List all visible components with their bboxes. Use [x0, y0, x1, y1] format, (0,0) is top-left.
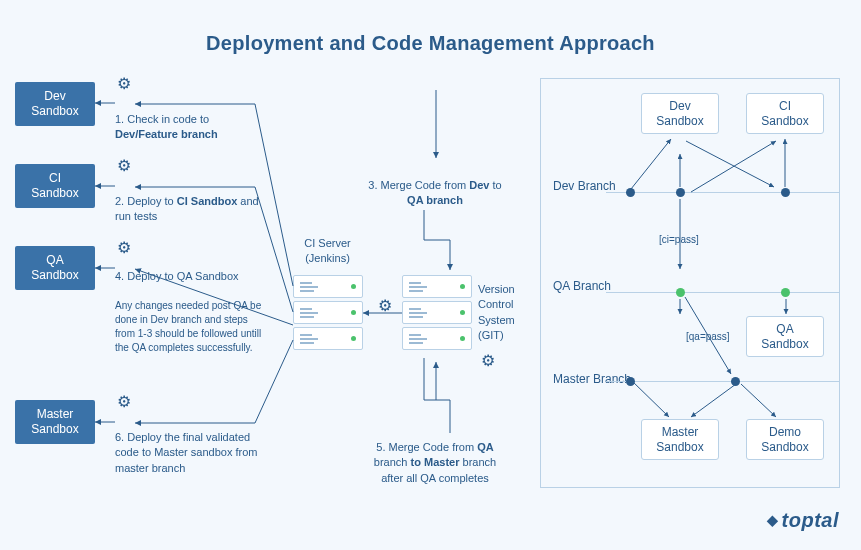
- server-lines-icon: [409, 286, 427, 288]
- status-dot-icon: [460, 284, 465, 289]
- svg-line-24: [691, 384, 736, 417]
- server-lines-icon: [300, 338, 318, 340]
- diagram-title: Deployment and Code Management Approach: [0, 0, 861, 55]
- step-5-b1: QA: [477, 441, 494, 453]
- gear-icon: ⚙: [117, 74, 131, 93]
- status-dot-icon: [351, 284, 356, 289]
- ci-sandbox-pill: CISandbox: [15, 164, 95, 208]
- panel-connectors: [541, 79, 841, 489]
- gear-icon: ⚙: [117, 156, 131, 175]
- svg-line-17: [691, 141, 776, 192]
- master-sandbox-l2: Sandbox: [15, 422, 95, 437]
- status-dot-icon: [460, 310, 465, 315]
- master-sandbox-pill: MasterSandbox: [15, 400, 95, 444]
- ci-sandbox-l2: Sandbox: [15, 186, 95, 201]
- dev-sandbox-l2: Sandbox: [15, 104, 95, 119]
- gear-icon: ⚙: [117, 392, 131, 411]
- ci-server-stack: [293, 275, 363, 353]
- svg-line-16: [686, 141, 774, 187]
- step-5-mid: branch: [374, 456, 411, 468]
- server-lines-icon: [409, 312, 427, 314]
- step-1-pre: 1. Check in code to: [115, 113, 209, 125]
- gear-icon: ⚙: [378, 296, 392, 315]
- qa-sandbox-l2: Sandbox: [15, 268, 95, 283]
- dev-sandbox-pill: DevSandbox: [15, 82, 95, 126]
- step-1-text: 1. Check in code to Dev/Feature branch: [115, 112, 275, 143]
- step-3-b1: Dev: [469, 179, 489, 191]
- svg-line-22: [685, 297, 731, 374]
- gear-icon: ⚙: [117, 238, 131, 257]
- gear-icon: ⚙: [481, 351, 495, 370]
- step-3-b2: QA branch: [407, 194, 463, 206]
- svg-line-23: [631, 380, 669, 417]
- status-dot-icon: [351, 336, 356, 341]
- step-3-text: 3. Merge Code from Dev to QA branch: [365, 178, 505, 209]
- svg-line-14: [631, 139, 671, 189]
- step-4-text: 4. Deploy to QA Sandbox: [115, 269, 275, 284]
- step-3-pre: 3. Merge Code from: [368, 179, 469, 191]
- step-6-text: 6. Deploy the final validated code to Ma…: [115, 430, 275, 476]
- vcs-label: Version Control System (GIT): [478, 282, 533, 344]
- dev-sandbox-l1: Dev: [15, 89, 95, 104]
- server-lines-icon: [409, 338, 427, 340]
- step-1-bold: Dev/Feature branch: [115, 128, 218, 140]
- svg-line-25: [741, 384, 776, 417]
- vcs-stack: [402, 275, 472, 353]
- status-dot-icon: [460, 336, 465, 341]
- ci-sandbox-l1: CI: [15, 171, 95, 186]
- branch-panel: DevSandbox CISandbox QASandbox MasterSan…: [540, 78, 840, 488]
- master-sandbox-l1: Master: [15, 407, 95, 422]
- step-2-bold: CI Sandbox: [177, 195, 238, 207]
- step-2-pre: 2. Deploy to: [115, 195, 177, 207]
- step-3-mid: to: [489, 179, 501, 191]
- server-lines-icon: [300, 312, 318, 314]
- qa-note-text: Any changes needed post QA be done in De…: [115, 299, 265, 355]
- status-dot-icon: [351, 310, 356, 315]
- qa-sandbox-l1: QA: [15, 253, 95, 268]
- qa-sandbox-pill: QASandbox: [15, 246, 95, 290]
- server-lines-icon: [300, 286, 318, 288]
- step-5-text: 5. Merge Code from QA branch to Master b…: [365, 440, 505, 486]
- ci-server-label: CI Server (Jenkins): [290, 236, 365, 267]
- brand-logo: toptal: [767, 509, 839, 532]
- step-5-b2: to Master: [411, 456, 460, 468]
- step-5-pre: 5. Merge Code from: [376, 441, 477, 453]
- step-2-text: 2. Deploy to CI Sandbox and run tests: [115, 194, 275, 225]
